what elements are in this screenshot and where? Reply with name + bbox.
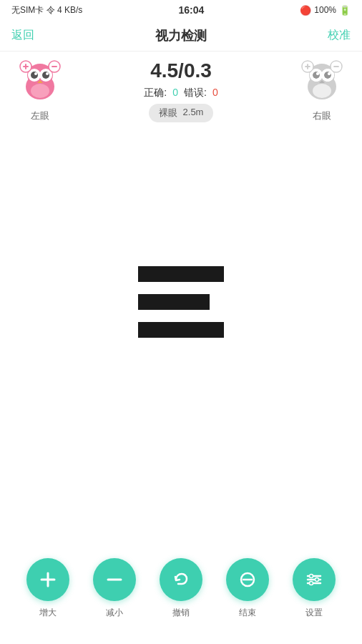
nav-bar: 返回 视力检测 校准 bbox=[0, 20, 362, 52]
svg-point-29 bbox=[316, 72, 319, 75]
calibrate-button[interactable]: 校准 bbox=[328, 28, 351, 43]
info-panel: 左眼 4.5/0.3 正确: 0 错误: 0 裸眼 2.5m bbox=[0, 52, 362, 130]
bluetooth-icon: 🔴 bbox=[300, 5, 311, 16]
bottom-toolbar: 增大 减小 撤销 bbox=[0, 551, 362, 644]
undo-label: 撤销 bbox=[172, 607, 190, 619]
svg-point-8 bbox=[31, 72, 38, 79]
error-value: 0 bbox=[212, 87, 218, 99]
right-eye-owl-icon bbox=[299, 59, 345, 105]
status-carrier: 无SIM卡 令 4 KB/s bbox=[11, 4, 82, 16]
battery-text: 100% bbox=[314, 5, 336, 15]
settings-icon bbox=[304, 570, 324, 590]
status-bar: 无SIM卡 令 4 KB/s 16:04 🔴 100% 🔋 bbox=[0, 0, 362, 20]
svg-rect-37 bbox=[307, 64, 308, 69]
svg-point-13 bbox=[31, 84, 49, 98]
badge-eye: 裸眼 bbox=[159, 107, 177, 119]
toolbar-item-decrease[interactable]: 减小 bbox=[93, 558, 136, 619]
toolbar-item-increase[interactable]: 增大 bbox=[26, 558, 69, 619]
right-eye-panel: 右眼 bbox=[299, 59, 345, 122]
svg-rect-34 bbox=[333, 66, 339, 67]
plus-icon bbox=[38, 570, 58, 590]
left-eye-label: 左眼 bbox=[31, 109, 49, 122]
svg-point-47 bbox=[315, 578, 319, 582]
end-button[interactable] bbox=[226, 558, 269, 601]
toolbar-item-end[interactable]: 结束 bbox=[226, 558, 269, 619]
eye-badge: 裸眼 2.5m bbox=[149, 104, 214, 122]
error-label: 错误: bbox=[184, 87, 207, 99]
status-left: 无SIM卡 令 4 KB/s bbox=[11, 4, 82, 16]
status-time: 16:04 bbox=[178, 4, 204, 16]
svg-point-9 bbox=[42, 72, 49, 79]
svg-point-27 bbox=[313, 72, 320, 79]
svg-point-28 bbox=[324, 72, 331, 79]
left-eye-panel: 左眼 bbox=[17, 59, 63, 122]
toolbar-item-settings[interactable]: 设置 bbox=[293, 558, 336, 619]
e-bar-middle bbox=[138, 294, 210, 310]
status-right: 🔴 100% 🔋 bbox=[300, 5, 351, 16]
test-area bbox=[0, 130, 362, 474]
e-bar-bottom bbox=[138, 322, 224, 338]
decrease-label: 减小 bbox=[106, 607, 123, 619]
center-info: 4.5/0.3 正确: 0 错误: 0 裸眼 2.5m bbox=[144, 59, 217, 122]
undo-icon bbox=[171, 570, 191, 590]
svg-point-48 bbox=[310, 582, 313, 585]
increase-button[interactable] bbox=[26, 558, 69, 601]
correct-label: 正确: bbox=[144, 87, 167, 99]
svg-point-32 bbox=[313, 84, 331, 98]
svg-point-10 bbox=[34, 72, 37, 75]
vision-score: 4.5/0.3 bbox=[150, 59, 212, 82]
e-bar-top bbox=[138, 266, 224, 282]
correct-error-row: 正确: 0 错误: 0 bbox=[144, 87, 217, 99]
page-title: 视力检测 bbox=[155, 27, 207, 44]
battery-icon: 🔋 bbox=[339, 5, 351, 16]
toolbar-buttons: 增大 减小 撤销 bbox=[0, 558, 362, 619]
increase-label: 增大 bbox=[39, 607, 57, 619]
svg-point-30 bbox=[328, 72, 331, 75]
right-eye-label: 右眼 bbox=[313, 109, 331, 122]
settings-label: 设置 bbox=[305, 607, 323, 619]
correct-value: 0 bbox=[172, 87, 178, 99]
badge-distance: 2.5m bbox=[183, 107, 204, 119]
minus-icon bbox=[104, 570, 124, 590]
decrease-button[interactable] bbox=[93, 558, 136, 601]
back-button[interactable]: 返回 bbox=[11, 28, 34, 43]
settings-button[interactable] bbox=[293, 558, 336, 601]
left-eye-owl-icon bbox=[17, 59, 63, 105]
vision-chart-symbol bbox=[138, 266, 224, 338]
svg-rect-18 bbox=[25, 64, 26, 69]
end-label: 结束 bbox=[239, 607, 256, 619]
toolbar-item-undo[interactable]: 撤销 bbox=[160, 558, 202, 619]
svg-point-11 bbox=[46, 72, 49, 75]
end-icon bbox=[238, 570, 258, 590]
undo-button[interactable] bbox=[160, 558, 202, 601]
svg-point-46 bbox=[310, 575, 313, 578]
svg-rect-15 bbox=[52, 66, 57, 67]
